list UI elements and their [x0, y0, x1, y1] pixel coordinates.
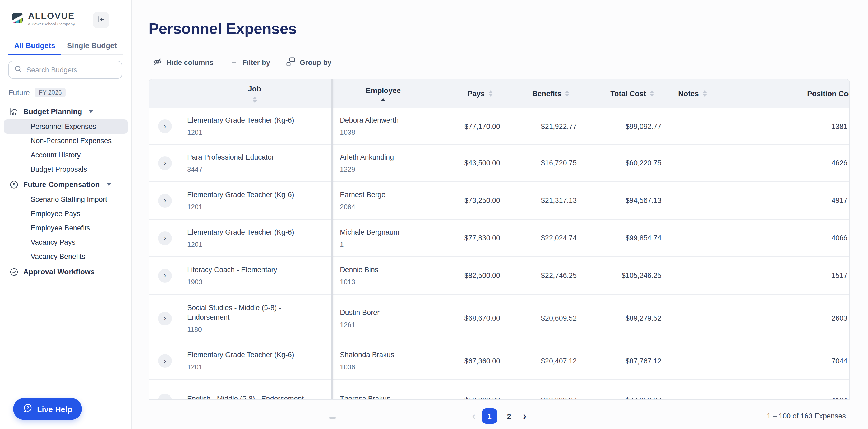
row-expand-button[interactable]: ›: [158, 120, 172, 133]
app: ALLOVUE a PowerSchool Company All Budget…: [0, 0, 868, 429]
tab-all-budgets[interactable]: All Budgets: [8, 41, 61, 55]
sidebar-item-vacancy-benefits[interactable]: Vacancy Benefits: [4, 250, 128, 264]
row-expand-button[interactable]: ›: [158, 231, 172, 245]
employee-id: 1036: [340, 363, 427, 371]
total-cost-cell: $77,953.87: [577, 380, 661, 400]
hide-columns-button[interactable]: Hide columns: [153, 57, 213, 68]
sidebar-item-label: Vacancy Pays: [31, 238, 75, 246]
sidebar-item-personnel-expenses[interactable]: Personnel Expenses: [4, 120, 128, 134]
column-header-notes[interactable]: Notes: [661, 89, 725, 98]
row-expand-button[interactable]: ›: [158, 269, 172, 283]
sidebar-nav: Budget Planning Personnel Expenses Non-P…: [0, 104, 132, 279]
pays-cell: $73,250.00: [427, 182, 500, 219]
job-code: 1903: [187, 277, 322, 286]
filter-by-button[interactable]: Filter by: [229, 57, 270, 68]
table-body: › Elementary Grade Teacher (Kg-6) 1201 D…: [149, 108, 849, 400]
job-title: English - Middle (5-8) - Endorsement: [187, 394, 322, 400]
chevron-right-icon: ›: [164, 196, 166, 204]
eye-off-icon: [153, 57, 162, 68]
column-header-pays[interactable]: Pays: [427, 89, 500, 98]
column-header-job[interactable]: Job: [181, 84, 332, 103]
sidebar-item-employee-pays[interactable]: Employee Pays: [4, 206, 128, 221]
job-title: Elementary Grade Teacher (Kg-6): [187, 350, 322, 360]
tab-single-budget[interactable]: Single Budget: [61, 41, 123, 55]
sort-icon: [489, 90, 493, 97]
collapse-sidebar-button[interactable]: [93, 12, 109, 28]
column-header-total-cost[interactable]: Total Cost: [577, 89, 661, 98]
chevron-right-icon: ›: [164, 233, 166, 241]
column-header-benefits[interactable]: Benefits: [500, 89, 577, 98]
logo: ALLOVUE a PowerSchool Company: [12, 12, 121, 30]
notes-cell: [661, 108, 725, 144]
group-by-button[interactable]: Group by: [286, 57, 332, 68]
table-row: › Literacy Coach - Elementary 1903 Denni…: [149, 257, 849, 295]
row-expand-button[interactable]: ›: [158, 311, 172, 325]
sidebar-item-employee-benefits[interactable]: Employee Benefits: [4, 221, 128, 235]
row-expand-button[interactable]: ›: [158, 354, 172, 368]
pays-cell: $77,170.00: [427, 108, 500, 144]
budget-search: [8, 61, 122, 79]
employee-name: Earnest Berge: [340, 190, 427, 199]
table-row: › Elementary Grade Teacher (Kg-6) 1201 D…: [149, 108, 849, 145]
search-icon: [14, 65, 22, 75]
sidebar-item-label: Future Compensation: [23, 180, 100, 189]
job-code: 1201: [187, 240, 322, 249]
position-code-cell: 2603: [725, 295, 849, 342]
group-by-label: Group by: [300, 59, 332, 67]
position-code-cell: 1381: [725, 108, 849, 144]
column-label: Total Cost: [610, 89, 646, 98]
pinned-column-divider[interactable]: [332, 79, 333, 399]
sidebar-item-budget-proposals[interactable]: Budget Proposals: [4, 162, 128, 176]
chevron-right-icon: ›: [164, 271, 166, 279]
column-label: Employee: [366, 86, 401, 94]
page-button-1[interactable]: 1: [482, 408, 497, 424]
sidebar-item-label: Employee Benefits: [31, 224, 90, 232]
employee-name: Dustin Borer: [340, 308, 427, 317]
column-label: Job: [248, 84, 261, 93]
column-label: Position Code: [807, 89, 850, 98]
row-expand-button[interactable]: ›: [158, 393, 172, 400]
position-code-cell: 4626: [725, 145, 849, 181]
sidebar-item-label: Budget Proposals: [31, 165, 87, 173]
page-button-2[interactable]: 2: [501, 408, 517, 424]
hide-columns-label: Hide columns: [166, 59, 213, 67]
live-help-button[interactable]: ? Live Help: [13, 398, 82, 420]
search-input[interactable]: [26, 66, 120, 74]
employee-id: 1261: [340, 321, 427, 329]
row-expand-button[interactable]: ›: [158, 194, 172, 207]
column-header-position-code[interactable]: Position Code: [725, 89, 849, 98]
group-icon: [286, 57, 296, 68]
employee-name: Shalonda Brakus: [340, 350, 427, 360]
benefits-cell: $21,317.13: [500, 182, 577, 219]
next-page-icon[interactable]: ›: [521, 410, 529, 422]
pays-cell: $43,500.00: [427, 145, 500, 181]
job-title: Para Professional Educator: [187, 153, 322, 162]
sidebar-item-vacancy-pays[interactable]: Vacancy Pays: [4, 235, 128, 250]
sidebar-item-future-compensation[interactable]: $ Future Compensation: [0, 176, 132, 192]
sidebar-item-budget-planning[interactable]: Budget Planning: [0, 104, 132, 120]
employee-name: Michale Bergnaum: [340, 227, 427, 237]
previous-page-icon[interactable]: ‹: [470, 410, 477, 422]
budget-name: Future: [8, 88, 30, 97]
budget-context: Future FY 2026: [8, 88, 65, 97]
employee-id: 1013: [340, 277, 427, 286]
sidebar-item-non-personnel-expenses[interactable]: Non-Personnel Expenses: [4, 134, 128, 148]
sidebar-item-scenario-staffing-import[interactable]: Scenario Staffing Import: [4, 192, 128, 206]
expenses-table: Job Employee Pays Benefits Total Cost: [149, 79, 850, 400]
total-cost-cell: $105,246.25: [577, 257, 661, 294]
help-icon: ?: [23, 403, 33, 415]
chevron-right-icon: ›: [164, 122, 166, 130]
benefits-cell: $20,407.12: [500, 342, 577, 380]
sidebar-item-account-history[interactable]: Account History: [4, 148, 128, 162]
chevron-right-icon: ›: [164, 356, 166, 364]
table-row: › English - Middle (5-8) - Endorsement T…: [149, 380, 849, 400]
sidebar-item-approval-workflows[interactable]: Approval Workflows: [0, 264, 132, 279]
allovue-logo-icon: [12, 13, 23, 23]
row-expand-button[interactable]: ›: [158, 156, 172, 170]
job-title: Social Studies - Middle (5-8) - Endorsem…: [187, 303, 322, 322]
collapse-sidebar-icon: [97, 15, 105, 25]
column-header-employee[interactable]: Employee: [332, 86, 427, 101]
job-title: Literacy Coach - Elementary: [187, 265, 322, 274]
position-code-cell: 1517: [725, 257, 849, 294]
pays-cell: $82,500.00: [427, 257, 500, 294]
